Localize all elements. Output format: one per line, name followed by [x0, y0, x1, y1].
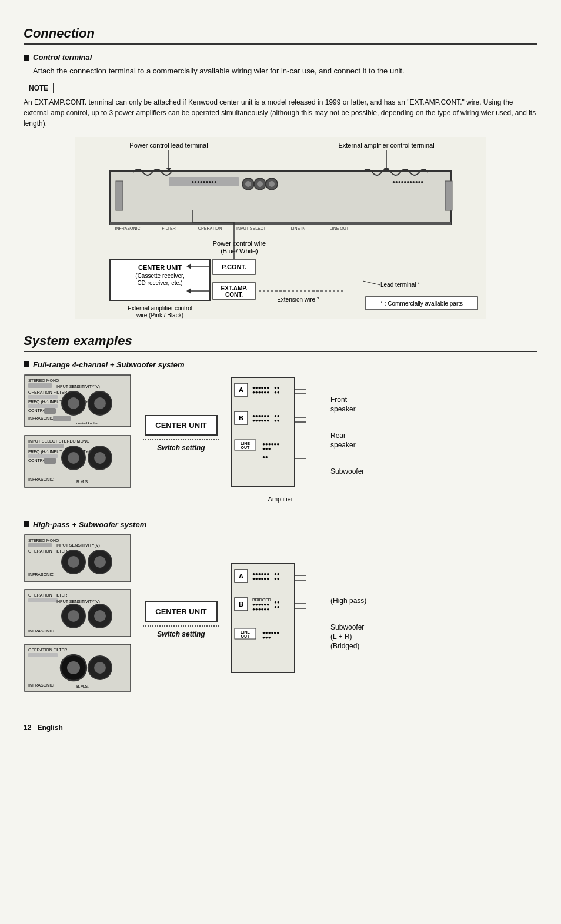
svg-rect-75 — [44, 458, 56, 464]
svg-text:B.M.S.: B.M.S. — [76, 684, 89, 688]
svg-text:STEREO MONO: STEREO MONO — [28, 538, 59, 543]
connection-diagram: Power control lead terminal External amp… — [24, 137, 537, 319]
svg-text:STEREO MONO: STEREO MONO — [28, 379, 59, 383]
bullet-icon-2 — [24, 361, 29, 367]
svg-text:●●●●●●: ●●●●●● — [252, 607, 269, 612]
high-pass-label: High-pass + Subwoofer system — [33, 520, 146, 529]
svg-text:●●●●●●●●●●●: ●●●●●●●●●●● — [392, 179, 423, 185]
svg-text:INFRASONIC: INFRASONIC — [28, 573, 54, 577]
svg-text:EXT.AMP.: EXT.AMP. — [221, 285, 248, 292]
svg-rect-17 — [116, 181, 123, 210]
svg-text:(Cassette receiver,: (Cassette receiver, — [135, 273, 184, 279]
svg-rect-57 — [28, 395, 58, 399]
svg-point-129 — [67, 661, 80, 674]
full-range-amp-units: STEREO MONO INPUT SENSITIVITY(V) OPERATI… — [24, 374, 132, 493]
svg-text:Lead terminal *: Lead terminal * — [380, 282, 420, 288]
high-pass-label: (High pass) — [330, 597, 366, 606]
svg-rect-108 — [28, 543, 52, 547]
high-pass-heading: High-pass + Subwoofer system — [24, 520, 537, 529]
footer: 12 English — [24, 724, 537, 732]
full-range-speaker-labels: Front speaker Rear speaker Subwoofer — [330, 390, 364, 477]
high-pass-system: High-pass + Subwoofer system STEREO MONO… — [24, 520, 537, 706]
svg-rect-61 — [44, 408, 56, 414]
full-range-system: Full-range 4-channel + Subwoofer system … — [24, 360, 537, 503]
rear-speaker-label: Rear speaker — [330, 431, 364, 450]
svg-text:B: B — [239, 601, 243, 608]
svg-point-65 — [94, 397, 106, 409]
svg-text:OPERATION: OPERATION — [198, 226, 222, 230]
high-pass-amplifier: A ●●●●●● ●●●●●● ●● ●● B BRIDGED ●●●●●● ●… — [230, 563, 321, 677]
svg-rect-25 — [110, 222, 451, 225]
svg-text:●●●●●●: ●●●●●● — [252, 418, 269, 423]
full-range-amplifier: A ●●●●●● ●●●●●● ●● ●● B ●●●●●● ●●●●●● ●●… — [230, 376, 321, 491]
svg-rect-127 — [28, 653, 58, 657]
note-text: An EXT.AMP.CONT. terminal can only be at… — [24, 97, 537, 129]
svg-text:FILTER: FILTER — [162, 226, 176, 230]
svg-text:Extension wire *: Extension wire * — [277, 296, 319, 303]
svg-text:INFRASONIC: INFRASONIC — [115, 226, 140, 230]
svg-text:INPUT SENSITIVITY(V): INPUT SENSITIVITY(V) — [56, 543, 100, 548]
svg-text:●●: ●● — [274, 604, 280, 610]
front-speaker-label: Front speaker — [330, 396, 364, 414]
svg-rect-71 — [28, 444, 64, 448]
control-terminal-body: Attach the connection terminal to a comm… — [33, 65, 537, 77]
subwoofer-label: Subwoofer — [330, 467, 364, 477]
full-range-switch-setting: Switch setting — [157, 444, 205, 452]
svg-text:CONT.: CONT. — [225, 292, 243, 298]
connection-title: Connection — [24, 26, 537, 45]
svg-point-123 — [94, 610, 106, 622]
high-pass-speaker-labels: (High pass) Subwoofer (L + R) (Bridged) — [330, 588, 366, 651]
svg-point-131 — [94, 662, 106, 674]
svg-text:External amplifier control: External amplifier control — [128, 305, 192, 312]
svg-text:A: A — [239, 386, 243, 393]
svg-text:LINE IN: LINE IN — [291, 226, 306, 230]
svg-text:INFRASONIC: INFRASONIC — [28, 477, 54, 481]
svg-text:(Blue/ White): (Blue/ White) — [221, 247, 258, 255]
svg-rect-73 — [28, 454, 58, 458]
svg-text:A: A — [239, 573, 243, 580]
svg-text:OUT: OUT — [241, 634, 251, 638]
svg-point-121 — [68, 610, 79, 622]
svg-rect-59 — [28, 404, 58, 408]
amplifier-label: Amplifier — [24, 496, 537, 503]
svg-text:●●: ●● — [274, 390, 280, 395]
high-pass-center: CENTER UNIT Switch setting — [143, 601, 219, 638]
control-terminal-heading: Control terminal — [24, 53, 537, 62]
high-pass-center-unit: CENTER UNIT — [145, 601, 217, 622]
svg-point-13 — [257, 181, 263, 187]
note-label: NOTE — [24, 83, 54, 93]
svg-point-15 — [269, 181, 275, 187]
svg-text:INFRASONIC: INFRASONIC — [28, 683, 54, 687]
svg-text:INPUT SELECT: INPUT SELECT — [236, 226, 266, 230]
svg-text:LINE: LINE — [241, 441, 250, 446]
svg-point-114 — [94, 556, 106, 568]
svg-rect-18 — [445, 181, 452, 210]
svg-text:INFRASONIC: INFRASONIC — [28, 416, 54, 420]
bullet-icon — [24, 55, 29, 61]
language: English — [37, 724, 62, 732]
svg-point-11 — [245, 181, 251, 187]
svg-text:B.M.S.: B.M.S. — [76, 480, 89, 484]
full-range-heading: Full-range 4-channel + Subwoofer system — [24, 360, 537, 369]
svg-text:OPERATION   FILTER: OPERATION FILTER — [28, 593, 67, 597]
high-pass-switch-setting: Switch setting — [157, 630, 205, 638]
svg-text:INPUT SELECT  STEREO MONO: INPUT SELECT STEREO MONO — [28, 439, 90, 443]
svg-rect-118 — [28, 598, 58, 602]
svg-text:wire (Pink / Black): wire (Pink / Black) — [136, 312, 183, 319]
full-range-label: Full-range 4-channel + Subwoofer system — [33, 360, 185, 369]
svg-text:INPUT SENSITIVITY(V): INPUT SENSITIVITY(V) — [56, 600, 100, 604]
svg-text:INFRASONIC: INFRASONIC — [28, 629, 54, 633]
bullet-icon-3 — [24, 521, 29, 527]
high-pass-amp-units: STEREO MONO INPUT SENSITIVITY(V) OPERATI… — [24, 534, 132, 706]
svg-text:●●●: ●●● — [262, 635, 271, 640]
svg-point-79 — [94, 452, 106, 464]
svg-rect-54 — [28, 383, 52, 388]
svg-text:B: B — [239, 414, 243, 421]
full-range-center-unit: CENTER UNIT — [145, 415, 217, 436]
svg-text:●●●●●●: ●●●●●● — [252, 390, 269, 395]
page-number: 12 — [24, 724, 31, 732]
svg-text:CD receiver, etc.): CD receiver, etc.) — [137, 280, 182, 286]
svg-text:OPERATION   FILTER: OPERATION FILTER — [28, 549, 67, 553]
svg-point-77 — [68, 452, 79, 464]
svg-text:External amplifier control ter: External amplifier control terminal — [338, 142, 434, 149]
